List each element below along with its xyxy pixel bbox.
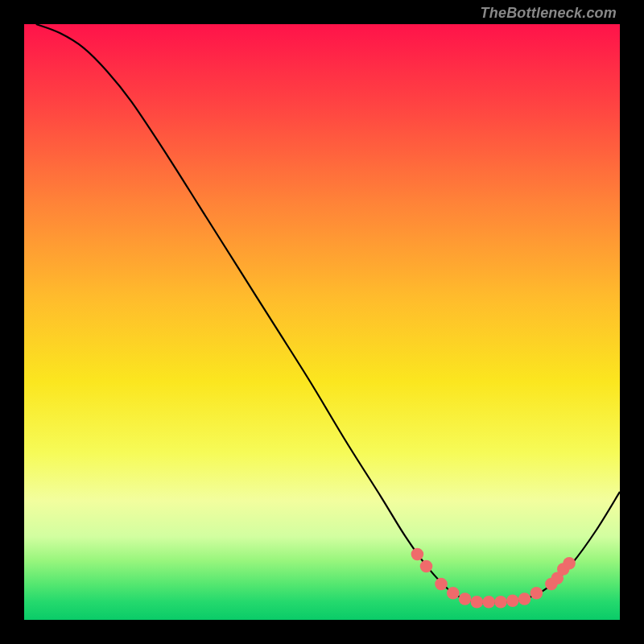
data-dot: [420, 560, 433, 573]
data-dot: [518, 592, 531, 605]
watermark-text: TheBottleneck.com: [481, 5, 617, 22]
data-dot: [530, 587, 543, 600]
data-dot: [435, 578, 448, 591]
data-dot: [563, 557, 576, 570]
data-dot: [411, 548, 424, 561]
dots-layer: [24, 24, 620, 620]
chart-stage: TheBottleneck.com: [0, 0, 644, 644]
data-dot: [447, 587, 460, 600]
data-dot: [506, 595, 519, 608]
data-dot: [494, 596, 507, 609]
curve-dots: [411, 548, 576, 609]
data-dot: [459, 592, 472, 605]
data-dot: [471, 596, 484, 609]
data-dot: [482, 596, 495, 609]
chart-plot: [24, 24, 620, 620]
